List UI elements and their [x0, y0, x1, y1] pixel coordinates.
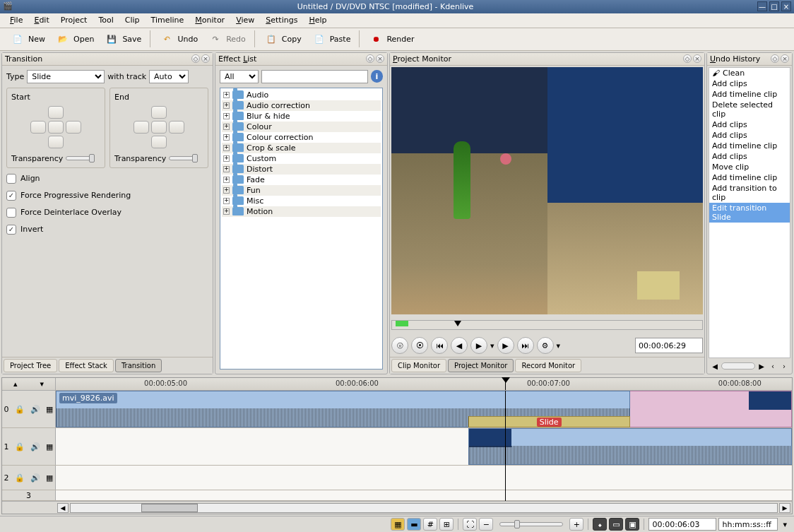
minimize-button[interactable]: — — [757, 1, 767, 11]
panel-detach-button[interactable]: ◇ — [366, 54, 374, 63]
video-icon[interactable]: ▦ — [46, 473, 53, 483]
hist-scrollbar[interactable] — [721, 362, 755, 370]
track-1-body[interactable] — [56, 428, 792, 465]
tab-transition[interactable]: Transition — [115, 359, 162, 372]
end-left-button[interactable] — [134, 121, 149, 134]
menu-file[interactable]: File — [4, 14, 28, 26]
undo-button[interactable]: ↶Undo — [155, 29, 202, 49]
menu-tool[interactable]: Tool — [93, 14, 119, 26]
invert-checkbox[interactable]: ✓Invert — [6, 223, 208, 236]
effect-category[interactable]: +Misc — [222, 196, 381, 206]
expand-icon[interactable]: + — [223, 134, 230, 141]
mute-icon[interactable]: 🔊 — [30, 473, 40, 483]
menu-monitor[interactable]: Monitor — [189, 14, 230, 26]
menu-project[interactable]: Project — [55, 14, 93, 26]
effect-category[interactable]: +Colour correction — [222, 132, 381, 143]
menu-timeline[interactable]: Timeline — [146, 14, 190, 26]
history-list[interactable]: 🖌CleanAdd clipsAdd timeline clipDelete s… — [709, 67, 790, 359]
play-dropdown[interactable]: ▾ — [490, 341, 494, 350]
fit-zoom-icon[interactable]: ⛶ — [463, 518, 477, 531]
effect-tree[interactable]: +Audio+Audio correction+Blur & hide+Colo… — [220, 88, 383, 370]
history-item[interactable]: Add clips — [709, 151, 790, 162]
expand-icon[interactable]: + — [223, 92, 230, 98]
expand-icon[interactable]: + — [223, 155, 230, 162]
hist-scroll-right[interactable]: ▶ — [757, 361, 766, 371]
expand-icon[interactable]: + — [223, 113, 230, 119]
status-timecode[interactable]: 00:00:06:03 — [648, 518, 716, 531]
history-item[interactable]: Add timeline clip — [709, 89, 790, 100]
zoom-out-icon[interactable]: ▾ — [40, 379, 44, 389]
tab-effect-stack[interactable]: Effect Stack — [59, 359, 114, 372]
zoom-in-button[interactable]: + — [569, 518, 583, 531]
expand-icon[interactable]: + — [223, 187, 230, 194]
redo-button[interactable]: ↷Redo — [203, 29, 250, 49]
expand-icon[interactable]: + — [223, 198, 230, 204]
spacer-icon[interactable]: ▭ — [609, 518, 623, 531]
video-preview[interactable] — [391, 67, 703, 315]
expand-icon[interactable]: + — [223, 177, 230, 183]
markers-icon[interactable]: # — [423, 518, 437, 531]
render-button[interactable]: ⏺Render — [364, 29, 418, 49]
effect-search-input[interactable] — [261, 70, 368, 83]
keyframe-icon[interactable]: ⬥ — [593, 518, 607, 531]
zoom-in-icon[interactable]: ▴ — [13, 379, 18, 389]
track-0-body[interactable]: mvi_9826.avi Slide — [56, 391, 792, 427]
effect-category[interactable]: +Distort — [222, 164, 381, 175]
timeline-scroll-right[interactable]: ▶ — [779, 503, 790, 513]
align-checkbox[interactable]: Align — [6, 172, 208, 185]
history-item[interactable]: Add timeline clip — [709, 172, 790, 183]
save-button[interactable]: 💾Save — [100, 29, 146, 49]
expand-icon[interactable]: + — [223, 145, 230, 151]
panel-detach-button[interactable]: ◇ — [683, 54, 692, 63]
snap-icon[interactable]: ⊞ — [439, 518, 454, 531]
go-end-button[interactable]: ⦿ — [411, 337, 428, 354]
menu-view[interactable]: View — [230, 14, 260, 26]
go-start-button[interactable]: ⦾ — [391, 337, 408, 354]
panel-detach-button[interactable]: ◇ — [771, 54, 779, 63]
play-button[interactable]: ▶ — [470, 337, 487, 354]
hist-prev-button[interactable]: ‹ — [768, 361, 778, 371]
panel-close-button[interactable]: × — [376, 54, 384, 63]
copy-button[interactable]: 📋Copy — [259, 29, 306, 49]
timeline-clip[interactable] — [468, 428, 792, 465]
config-dropdown[interactable]: ▾ — [557, 341, 561, 350]
hist-next-button[interactable]: › — [779, 361, 789, 371]
new-button[interactable]: 📄New — [6, 29, 49, 49]
end-down-button[interactable] — [151, 136, 167, 148]
fast-forward-button[interactable]: ⏭ — [517, 337, 534, 354]
open-button[interactable]: 📂Open — [51, 29, 98, 49]
status-format[interactable]: hh:mm:ss::ff — [718, 518, 778, 531]
end-up-button[interactable] — [151, 106, 167, 119]
menu-help[interactable]: Help — [303, 14, 332, 26]
effect-category[interactable]: +Blur & hide — [222, 111, 381, 122]
close-button[interactable]: × — [781, 1, 791, 11]
paste-button[interactable]: 📄Paste — [307, 29, 355, 49]
video-icon[interactable]: ▦ — [46, 405, 53, 414]
expand-icon[interactable]: + — [223, 166, 230, 172]
history-item[interactable]: Add clips — [709, 130, 790, 141]
timeline-ruler[interactable]: 00:00:05:00 00:00:06:00 00:00:07:00 00:0… — [56, 378, 792, 390]
step-forward-button[interactable]: ▶ — [497, 337, 514, 354]
start-right-button[interactable] — [66, 121, 81, 134]
step-back-button[interactable]: ◀ — [451, 337, 468, 354]
info-icon[interactable]: i — [371, 70, 383, 83]
start-transp-slider[interactable] — [66, 156, 94, 160]
format-dropdown[interactable]: ▾ — [780, 520, 790, 529]
lock-icon[interactable]: 🔒 — [15, 442, 25, 451]
zoom-slider[interactable] — [499, 522, 563, 526]
start-down-button[interactable] — [48, 136, 64, 148]
thumbnails-icon[interactable]: ▦ — [391, 518, 405, 531]
lock-icon[interactable]: 🔒 — [15, 405, 25, 414]
start-left-button[interactable] — [30, 121, 46, 134]
track-3-body[interactable] — [56, 490, 792, 500]
effect-category[interactable]: +Custom — [222, 153, 381, 164]
expand-icon[interactable]: + — [223, 208, 230, 215]
effect-category[interactable]: +Audio — [222, 90, 381, 100]
effect-filter-select[interactable]: All — [220, 70, 259, 83]
history-item[interactable]: Add clips — [709, 78, 790, 89]
tab-project-tree[interactable]: Project Tree — [4, 359, 57, 372]
history-item[interactable]: Add clips — [709, 119, 790, 130]
maximize-button[interactable]: □ — [769, 1, 779, 11]
start-up-button[interactable] — [48, 106, 64, 119]
tab-clip-monitor[interactable]: Clip Monitor — [391, 359, 446, 372]
